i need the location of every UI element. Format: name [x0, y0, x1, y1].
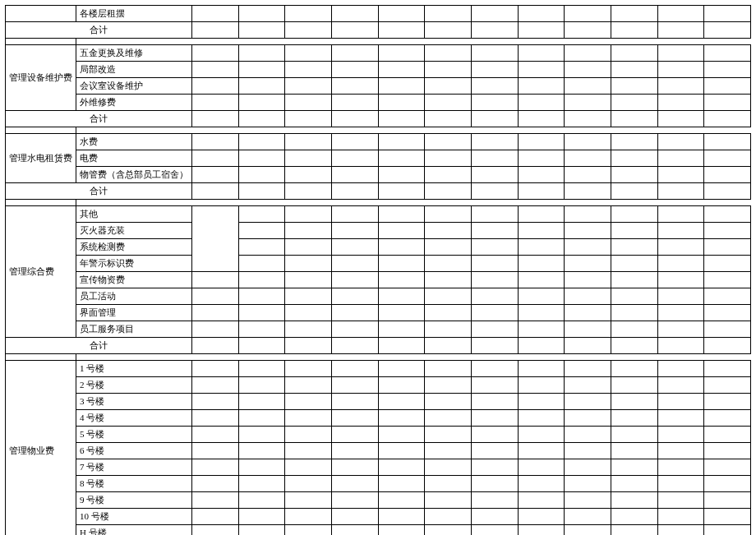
- data-cell: [565, 459, 611, 476]
- item-row: 管理综合费其他: [6, 206, 751, 223]
- data-cell: [425, 361, 472, 377]
- data-cell: [331, 239, 378, 256]
- data-cell: [704, 476, 751, 492]
- data-cell: [192, 272, 239, 288]
- data-cell: [192, 167, 239, 183]
- data-cell: [518, 525, 565, 536]
- data-cell: [238, 45, 285, 62]
- data-cell: [285, 410, 332, 427]
- data-cell: [471, 338, 518, 354]
- item-row: 员工服务项目: [6, 321, 751, 338]
- data-cell: [611, 459, 657, 476]
- data-cell: [518, 22, 565, 39]
- data-cell: [704, 167, 751, 183]
- data-cell: [471, 361, 518, 377]
- data-cell: [471, 256, 518, 272]
- data-cell: [657, 443, 704, 459]
- data-cell: [657, 288, 704, 305]
- data-cell: [657, 338, 704, 354]
- data-cell: [378, 394, 425, 410]
- data-cell: [238, 22, 285, 39]
- item-row: 7 号楼: [6, 459, 751, 476]
- data-cell: [704, 272, 751, 288]
- data-cell: [471, 305, 518, 321]
- data-cell: [611, 22, 657, 39]
- data-cell: [518, 272, 565, 288]
- data-cell: [565, 525, 611, 536]
- data-cell: [378, 427, 425, 443]
- data-cell: [425, 223, 472, 239]
- data-cell: [192, 394, 239, 410]
- data-cell: [238, 78, 285, 95]
- data-cell: [611, 183, 657, 200]
- item-row: 物管费（含总部员工宿舍）: [6, 167, 751, 183]
- data-cell: [425, 111, 472, 127]
- data-cell: [471, 443, 518, 459]
- data-cell: [704, 427, 751, 443]
- data-cell: [192, 111, 239, 127]
- data-cell: [704, 62, 751, 78]
- data-cell: [192, 62, 239, 78]
- data-cell: [471, 62, 518, 78]
- data-cell: [192, 338, 239, 354]
- data-cell: [611, 492, 657, 509]
- data-cell: [331, 95, 378, 111]
- item-cell: 3 号楼: [76, 394, 192, 410]
- data-cell: [471, 167, 518, 183]
- item-row: 外维修费: [6, 95, 751, 111]
- data-cell: [518, 459, 565, 476]
- data-cell: [192, 45, 239, 62]
- data-cell: [285, 509, 332, 525]
- data-cell: [657, 377, 704, 394]
- data-cell: [285, 95, 332, 111]
- item-cell: 4 号楼: [76, 410, 192, 427]
- data-cell: [704, 377, 751, 394]
- data-cell: [331, 525, 378, 536]
- data-cell: [331, 338, 378, 354]
- data-cell: [425, 206, 472, 223]
- data-cell: [471, 111, 518, 127]
- data-cell: [378, 525, 425, 536]
- data-cell: [425, 62, 472, 78]
- data-cell: [285, 338, 332, 354]
- data-cell: [471, 95, 518, 111]
- data-cell: [331, 272, 378, 288]
- item-cell: 会议室设备维护: [76, 78, 192, 95]
- data-cell: [238, 394, 285, 410]
- data-cell: [471, 509, 518, 525]
- data-cell: [611, 338, 657, 354]
- data-cell: [192, 476, 239, 492]
- data-cell: [331, 6, 378, 22]
- item-row: 年警示标识费: [6, 256, 751, 272]
- data-cell: [657, 206, 704, 223]
- data-cell: [611, 272, 657, 288]
- item-cell: 8 号楼: [76, 476, 192, 492]
- data-cell: [565, 134, 611, 150]
- gap-cell: [6, 354, 76, 361]
- data-cell: [425, 459, 472, 476]
- subtotal-row: 合计: [6, 111, 751, 127]
- data-cell: [518, 95, 565, 111]
- data-cell: [378, 305, 425, 321]
- data-cell: [611, 288, 657, 305]
- data-cell: [378, 377, 425, 394]
- item-row: H 号楼: [6, 525, 751, 536]
- data-cell: [238, 223, 285, 239]
- data-cell: [331, 321, 378, 338]
- data-cell: [657, 394, 704, 410]
- data-cell: [378, 78, 425, 95]
- data-cell: [425, 338, 472, 354]
- data-cell: [565, 509, 611, 525]
- data-cell: [285, 6, 332, 22]
- data-cell: [657, 256, 704, 272]
- data-cell: [657, 272, 704, 288]
- data-cell: [657, 111, 704, 127]
- data-cell: [704, 22, 751, 39]
- data-cell: [238, 183, 285, 200]
- data-cell: [471, 525, 518, 536]
- data-cell: [704, 134, 751, 150]
- data-cell: [331, 443, 378, 459]
- data-cell: [285, 183, 332, 200]
- data-cell: [285, 476, 332, 492]
- data-cell: [565, 256, 611, 272]
